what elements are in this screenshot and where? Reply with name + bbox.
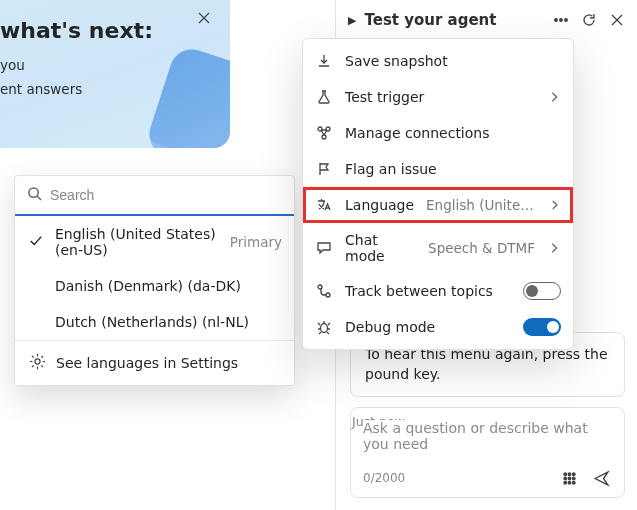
test-agent-panel: ▶ Test your agent Save snapshot Test tri… xyxy=(335,0,637,510)
caret-right-icon[interactable]: ▶ xyxy=(348,14,356,27)
menu-chat-mode[interactable]: Chat mode Speech & DTMF xyxy=(303,223,573,273)
connections-icon xyxy=(315,124,333,142)
svg-point-11 xyxy=(563,472,566,475)
menu-label: Manage connections xyxy=(345,125,561,141)
language-icon xyxy=(315,196,333,214)
language-option[interactable]: Danish (Denmark) (da-DK) xyxy=(15,268,294,304)
chevron-right-icon xyxy=(548,198,561,212)
track-toggle[interactable] xyxy=(523,282,561,300)
menu-label: Chat mode xyxy=(345,232,416,264)
menu-label: Track between topics xyxy=(345,283,511,299)
menu-save-snapshot[interactable]: Save snapshot xyxy=(303,43,573,79)
char-counter: 0/2000 xyxy=(363,471,548,485)
menu-label: Language xyxy=(345,197,414,213)
menu-label: Flag an issue xyxy=(345,161,561,177)
menu-track-topics[interactable]: Track between topics xyxy=(303,273,573,309)
svg-point-13 xyxy=(572,472,575,475)
download-icon xyxy=(315,52,333,70)
menu-label: Debug mode xyxy=(345,319,511,335)
language-search-row xyxy=(15,176,294,216)
composer: 0/2000 xyxy=(350,407,625,498)
refresh-icon[interactable] xyxy=(579,10,599,30)
menu-label: Save snapshot xyxy=(345,53,561,69)
chevron-right-icon xyxy=(547,241,561,255)
svg-point-14 xyxy=(563,477,566,480)
svg-point-1 xyxy=(35,359,40,364)
svg-point-12 xyxy=(568,472,571,475)
svg-point-4 xyxy=(565,19,568,22)
panel-title: Test your agent xyxy=(364,11,543,29)
panel-more-menu: Save snapshot Test trigger Manage connec… xyxy=(302,38,574,350)
menu-label: Test trigger xyxy=(345,89,535,105)
language-option[interactable]: Dutch (Netherlands) (nl-NL) xyxy=(15,304,294,340)
language-option-label: English (United States) (en-US) xyxy=(55,226,220,258)
svg-point-8 xyxy=(318,285,322,289)
see-languages-label: See languages in Settings xyxy=(56,355,238,371)
flag-icon xyxy=(315,160,333,178)
svg-point-18 xyxy=(568,481,571,484)
send-icon[interactable] xyxy=(590,467,612,489)
menu-test-trigger[interactable]: Test trigger xyxy=(303,79,573,115)
svg-point-19 xyxy=(572,481,575,484)
gear-icon xyxy=(29,353,46,373)
menu-flag-issue[interactable]: Flag an issue xyxy=(303,151,573,187)
chevron-right-icon xyxy=(547,90,561,104)
language-option-label: Danish (Denmark) (da-DK) xyxy=(55,278,282,294)
svg-point-16 xyxy=(572,477,575,480)
bug-icon xyxy=(315,318,333,336)
composer-input[interactable] xyxy=(363,420,612,460)
language-option[interactable]: English (United States) (en-US) Primary xyxy=(15,216,294,268)
svg-point-2 xyxy=(555,19,558,22)
more-icon[interactable] xyxy=(551,10,571,30)
svg-point-9 xyxy=(326,293,330,297)
svg-point-10 xyxy=(321,324,328,333)
panel-header: ▶ Test your agent xyxy=(336,0,637,40)
svg-point-3 xyxy=(560,19,563,22)
language-option-label: Dutch (Netherlands) (nl-NL) xyxy=(55,314,282,330)
svg-point-0 xyxy=(29,188,38,197)
language-search-input[interactable] xyxy=(50,187,282,203)
see-languages-settings[interactable]: See languages in Settings xyxy=(15,340,294,385)
close-panel-icon[interactable] xyxy=(607,10,627,30)
menu-language[interactable]: Language English (United … xyxy=(303,187,573,223)
close-icon[interactable] xyxy=(196,10,216,30)
track-icon xyxy=(315,282,333,300)
menu-value: Speech & DTMF xyxy=(428,240,535,256)
menu-value: English (United … xyxy=(426,197,536,213)
debug-toggle[interactable] xyxy=(523,318,561,336)
svg-point-15 xyxy=(568,477,571,480)
composer-bar: 0/2000 xyxy=(363,467,612,489)
language-dropdown: English (United States) (en-US) Primary … xyxy=(14,175,295,386)
check-icon xyxy=(29,234,45,251)
flask-icon xyxy=(315,88,333,106)
language-option-badge: Primary xyxy=(230,234,282,250)
menu-manage-connections[interactable]: Manage connections xyxy=(303,115,573,151)
chat-icon xyxy=(315,239,333,257)
search-icon xyxy=(27,186,42,204)
svg-point-17 xyxy=(563,481,566,484)
hero-card: what's next: you ent answers xyxy=(0,0,230,148)
svg-point-7 xyxy=(322,135,326,139)
menu-debug-mode[interactable]: Debug mode xyxy=(303,309,573,345)
keypad-icon[interactable] xyxy=(558,467,580,489)
